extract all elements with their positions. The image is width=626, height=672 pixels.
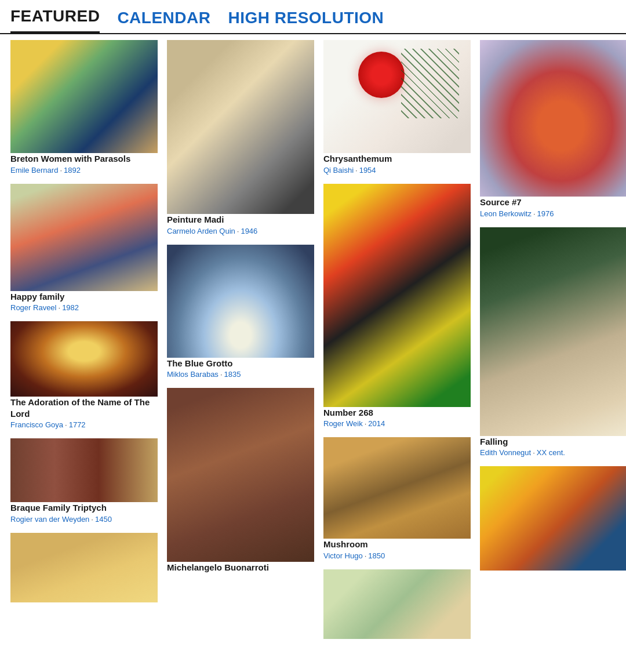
artwork-meta: Roger Raveel·1982 [10,303,158,312]
artwork-col3-bottom[interactable] [323,569,471,639]
artwork-meta: Roger Weik·2014 [323,419,471,428]
artwork-blue-grotto[interactable]: The Blue Grotto Miklos Barabas·1835 [167,245,314,379]
nav-featured[interactable]: FEATURED [10,7,100,33]
artwork-peinture-madi[interactable]: Peinture Madi Carmelo Arden Quin·1946 [167,40,314,235]
artwork-meta: Leon Berkowitz·1976 [480,209,626,218]
artwork-image [167,40,314,214]
artwork-chrysanthemum[interactable]: Chrysanthemum Qi Baishi·1954 [323,40,471,175]
artwork-image [480,227,626,436]
artwork-happy-family[interactable]: Happy family Roger Raveel·1982 [10,184,158,313]
artwork-image [10,533,158,602]
nav-high-resolution[interactable]: HIGH RESOLUTION [228,9,384,33]
artwork-col1-bottom[interactable] [10,533,158,602]
nav-calendar[interactable]: CALENDAR [117,9,210,33]
artwork-braque-triptych[interactable]: Braque Family Triptych Rogier van der We… [10,438,158,524]
artwork-title: Happy family [10,291,158,303]
artwork-mushroom[interactable]: Mushroom Victor Hugo·1850 [323,437,471,560]
artwork-image [10,40,158,153]
artwork-meta: Miklos Barabas·1835 [167,370,314,379]
artwork-image [167,388,314,562]
gallery-col-1: Breton Women with Parasols Emile Bernard… [6,40,162,648]
artwork-image [323,569,471,639]
artwork-meta: Edith Vonnegut·XX cent. [480,448,626,457]
artwork-title: Braque Family Triptych [10,502,158,514]
artwork-title: Number 268 [323,407,471,419]
artwork-image [323,184,471,407]
gallery-col-4: Source #7 Leon Berkowitz·1976 Falling Ed… [475,40,626,648]
nav-header: FEATURED CALENDAR HIGH RESOLUTION [0,0,626,34]
artwork-falling[interactable]: Falling Edith Vonnegut·XX cent. [480,227,626,457]
artwork-meta: Francisco Goya·1772 [10,420,158,429]
artwork-meta: Qi Baishi·1954 [323,166,471,175]
artwork-title: Falling [480,436,626,448]
artwork-col4-bottom[interactable] [480,466,626,571]
artwork-title: Peinture Madi [167,214,314,226]
artwork-meta: Rogier van der Weyden·1450 [10,515,158,524]
artwork-image [167,245,314,358]
gallery-col-3: Chrysanthemum Qi Baishi·1954 Number 268 … [319,40,475,648]
artwork-title: The Blue Grotto [167,358,314,369]
artwork-image [10,321,158,397]
artwork-michelangelo[interactable]: Michelangelo Buonarroti [167,388,314,573]
gallery-col-2: Peinture Madi Carmelo Arden Quin·1946 Th… [162,40,319,648]
artwork-breton-women[interactable]: Breton Women with Parasols Emile Bernard… [10,40,158,175]
gallery-grid: Breton Women with Parasols Emile Bernard… [0,34,626,654]
artwork-title: Michelangelo Buonarroti [167,562,314,573]
artwork-image [10,438,158,502]
artwork-number268[interactable]: Number 268 Roger Weik·2014 [323,184,471,428]
artwork-image [323,437,471,539]
artwork-image [323,40,471,153]
artwork-title: Breton Women with Parasols [10,153,158,165]
artwork-title: Mushroom [323,539,471,550]
artwork-meta: Emile Bernard·1892 [10,166,158,175]
artwork-title: The Adoration of the Name of The Lord [10,397,158,419]
artwork-image [480,466,626,571]
artwork-title: Source #7 [480,197,626,208]
artwork-source7[interactable]: Source #7 Leon Berkowitz·1976 [480,40,626,218]
artwork-title: Chrysanthemum [323,153,471,165]
artwork-meta: Carmelo Arden Quin·1946 [167,227,314,235]
artwork-image [480,40,626,197]
artwork-meta: Victor Hugo·1850 [323,551,471,560]
artwork-image [10,184,158,291]
artwork-adoration[interactable]: The Adoration of the Name of The Lord Fr… [10,321,158,429]
